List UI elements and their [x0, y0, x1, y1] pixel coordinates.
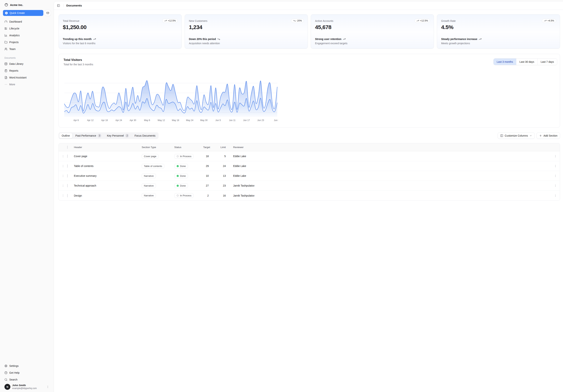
row-reviewer[interactable]: Eddie Lake — [231, 165, 282, 168]
row-drag-handle[interactable] — [59, 165, 67, 168]
trend-badge: +12.5% — [162, 19, 178, 23]
check-circle-icon — [177, 175, 179, 177]
row-drag-handle[interactable] — [59, 155, 67, 158]
tab-count-badge: 3 — [98, 134, 101, 137]
file-word-icon — [4, 76, 7, 79]
table-row-technical-approach[interactable]: Technical approach Narrative Done 27 23 … — [59, 181, 282, 191]
sidebar-item-data-library[interactable]: Data Library — [3, 61, 51, 67]
row-checkbox[interactable] — [67, 184, 68, 187]
dashboard-icon — [4, 20, 7, 23]
status-badge: In Process — [174, 154, 193, 159]
stat-card-new-customers: New Customers -20% 1,234 Down 20% this p… — [185, 14, 282, 49]
sidebar-item-more[interactable]: More — [3, 81, 51, 87]
table-row-table-of-contents[interactable]: Table of contents Table of contents Done… — [59, 161, 282, 171]
row-checkbox[interactable] — [67, 194, 68, 196]
row-limit[interactable]: 13 — [214, 174, 231, 177]
circle-plus-icon — [5, 12, 8, 15]
sidebar-item-team[interactable]: Team — [3, 46, 51, 52]
row-target[interactable]: 27 — [203, 184, 214, 187]
sidebar-item-label: Reports — [9, 69, 18, 72]
row-target[interactable]: 18 — [203, 155, 214, 158]
sidebar-section-label: Documents — [3, 57, 51, 59]
company-name: Acme Inc. — [10, 3, 23, 6]
stat-label: New Customers — [189, 19, 282, 22]
trend-up-icon — [164, 19, 167, 22]
row-drag-handle[interactable] — [59, 174, 67, 177]
table-row-cover-page[interactable]: Cover page Cover page In Process 18 5 Ed… — [59, 151, 282, 161]
company-menu[interactable]: Acme Inc. — [3, 2, 51, 8]
x-axis-label: Jun 30 — [274, 119, 278, 122]
stat-trend-subtitle: Acquisition needs attention — [189, 42, 282, 45]
sidebar-item-label: Team — [9, 48, 15, 50]
row-drag-handle[interactable] — [59, 194, 67, 196]
sidebar-item-label: Analytics — [9, 34, 20, 37]
row-reviewer[interactable]: Jamik Tashpulatov — [231, 194, 282, 196]
analytics-icon — [4, 34, 7, 37]
sidebar-toggle-button[interactable] — [56, 3, 61, 8]
row-limit[interactable]: 5 — [214, 155, 231, 158]
company-logo-icon — [4, 3, 8, 7]
tab-past-performance[interactable]: Past Performance3 — [73, 133, 104, 138]
sidebar-item-reports[interactable]: Reports — [3, 68, 51, 74]
sidebar-nav-documents: Data Library Reports Word Assistant More — [3, 61, 51, 87]
quick-create-button[interactable]: Quick Create — [3, 10, 43, 16]
section-type-badge: Cover page — [142, 154, 159, 159]
col-status: Status — [174, 146, 203, 149]
table-row-executive-summary[interactable]: Executive summary Narrative Done 10 13 E… — [59, 171, 282, 181]
section-type-badge: Narrative — [142, 174, 156, 178]
row-target[interactable]: 2 — [203, 194, 214, 196]
sidebar-item-label: Projects — [9, 41, 19, 44]
select-all-checkbox[interactable] — [67, 146, 68, 149]
x-axis-label: Apr 6 — [74, 119, 79, 122]
tab-outline[interactable]: Outline — [59, 133, 72, 138]
row-header: Technical approach — [74, 184, 142, 187]
row-checkbox[interactable] — [67, 155, 68, 158]
row-header: Design — [74, 194, 142, 196]
row-header: Table of contents — [74, 165, 142, 168]
sidebar-item-lifecycle[interactable]: Lifecycle — [3, 25, 51, 32]
inbox-button[interactable] — [45, 10, 51, 16]
sidebar-item-dashboard[interactable]: Dashboard — [3, 19, 51, 25]
tab-key-personnel[interactable]: Key Personnel2 — [104, 133, 131, 138]
chart-title: Total Visitors — [64, 58, 282, 62]
sidebar-item-analytics[interactable]: Analytics — [3, 32, 51, 38]
stat-cards-row: Total Revenue +12.5% $1,250.00 Trending … — [59, 14, 282, 49]
total-visitors-card: Total Visitors Total for the last 3 mont… — [59, 54, 282, 127]
row-limit[interactable]: 23 — [214, 184, 231, 187]
x-axis-label: May 24 — [186, 119, 193, 122]
ellipsis-icon — [4, 83, 7, 86]
check-circle-icon — [177, 165, 179, 167]
sidebar-item-label: Dashboard — [9, 20, 22, 23]
x-axis-label: May 18 — [172, 119, 179, 122]
status-badge: Done — [174, 164, 188, 168]
lifecycle-icon — [4, 27, 7, 30]
row-reviewer[interactable]: Eddie Lake — [231, 174, 282, 177]
row-limit[interactable]: 24 — [214, 165, 231, 168]
sidebar-item-word-assistant[interactable]: Word Assistant — [3, 74, 51, 81]
trend-up-icon — [93, 38, 96, 40]
row-checkbox[interactable] — [67, 164, 68, 168]
x-axis-label: Apr 12 — [87, 119, 94, 122]
sidebar-item-label: More — [9, 83, 15, 86]
section-type-badge: Narrative — [142, 184, 156, 188]
chart-subtitle: Total for the last 3 months — [64, 63, 282, 66]
row-limit[interactable]: 16 — [214, 194, 231, 196]
topbar: Documents — [54, 1, 282, 10]
table-header-row: Header Section Type Status Target Limit … — [59, 143, 282, 151]
visitors-area-chart[interactable]: Apr 6Apr 12Apr 18Apr 24Apr 30May 6May 12… — [59, 70, 278, 123]
x-axis-label: Apr 30 — [130, 119, 136, 122]
row-reviewer[interactable]: Eddie Lake — [231, 155, 282, 158]
x-axis-label: Jun 17 — [243, 119, 250, 122]
table-row-design[interactable]: Design Narrative In Process 2 16 Jamik T… — [59, 191, 282, 196]
sidebar-nav-main: Dashboard Lifecycle Analytics Projects T… — [3, 19, 51, 52]
row-target[interactable]: 10 — [203, 174, 214, 177]
row-reviewer[interactable]: Jamik Tashpulatov — [231, 184, 282, 187]
row-drag-handle[interactable] — [59, 184, 67, 187]
row-target[interactable]: 29 — [203, 165, 214, 168]
sidebar-item-projects[interactable]: Projects — [3, 39, 51, 45]
sidebar: Acme Inc. Quick Create Dashboard Lifecyc… — [0, 0, 54, 196]
x-axis-label: Jun 11 — [229, 119, 236, 122]
folder-icon — [4, 41, 7, 44]
row-checkbox[interactable] — [67, 174, 68, 177]
tab-focus-documents[interactable]: Focus Documents — [132, 133, 158, 138]
